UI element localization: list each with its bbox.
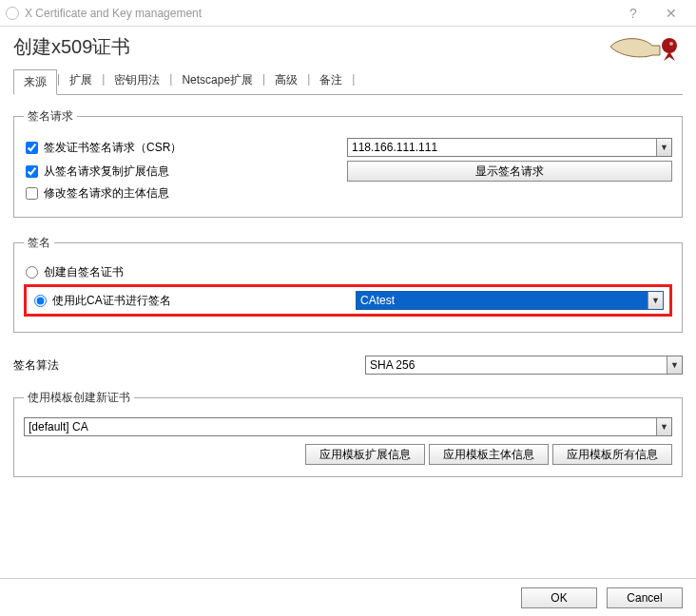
csr-checkbox[interactable] (26, 142, 38, 154)
use-ca-label: 使用此CA证书进行签名 (52, 293, 171, 309)
svg-point-1 (669, 42, 673, 46)
tab-netscape-ext[interactable]: Netscape扩展 (172, 68, 262, 94)
help-button[interactable]: ? (614, 0, 652, 27)
decorative-logo (607, 32, 683, 61)
template-legend: 使用模板创建新证书 (24, 390, 134, 406)
apply-template-all-button[interactable]: 应用模板所有信息 (552, 444, 672, 465)
titlebar: X Certificate and Key management ? ✕ (0, 0, 696, 27)
copy-ext-label: 从签名请求复制扩展信息 (44, 164, 169, 180)
app-icon (6, 7, 19, 20)
template-group: 使用模板创建新证书 [default] CA ▼ 应用模板扩展信息 应用模板主体… (13, 390, 683, 477)
ca-cert-select[interactable]: CAtest ▼ (356, 291, 664, 310)
signing-request-group: 签名请求 签发证书签名请求（CSR） 118.166.111.111 ▼ 从签名… (13, 108, 683, 218)
page-header: 创建x509证书 (0, 27, 696, 61)
tab-bar: 来源 | 扩展 | 密钥用法 | Netscape扩展 | 高级 | 备注 | (13, 68, 683, 95)
svg-point-0 (662, 38, 677, 53)
self-sign-radio[interactable] (26, 266, 38, 279)
copy-ext-checkbox[interactable] (26, 165, 38, 178)
page-title: 创建x509证书 (13, 34, 130, 60)
cancel-button[interactable]: Cancel (607, 587, 683, 608)
signature-algo-row: 签名算法 SHA 256 ▼ (13, 356, 683, 375)
chevron-down-icon: ▼ (667, 356, 682, 374)
modify-subject-checkbox[interactable] (26, 187, 38, 200)
content-area: 签名请求 签发证书签名请求（CSR） 118.166.111.111 ▼ 从签名… (0, 95, 696, 570)
ok-button[interactable]: OK (521, 587, 597, 608)
tab-advanced[interactable]: 高级 (265, 68, 307, 94)
chevron-down-icon: ▼ (656, 139, 671, 156)
apply-template-ext-button[interactable]: 应用模板扩展信息 (305, 444, 425, 465)
csr-select-value: 118.166.111.111 (348, 139, 656, 156)
chevron-down-icon: ▼ (656, 418, 671, 435)
show-sign-request-button[interactable]: 显示签名请求 (347, 161, 672, 182)
tab-key-usage[interactable]: 密钥用法 (105, 68, 169, 94)
chevron-down-icon: ▼ (648, 292, 663, 309)
dialog-footer: OK Cancel (0, 578, 696, 616)
signature-algo-value: SHA 256 (366, 356, 667, 374)
close-button[interactable]: ✕ (652, 0, 690, 27)
apply-template-subject-button[interactable]: 应用模板主体信息 (429, 444, 549, 465)
signing-legend: 签名 (24, 235, 54, 251)
signing-request-legend: 签名请求 (24, 108, 77, 125)
ca-cert-value: CAtest (357, 292, 648, 309)
signing-group: 签名 创建自签名证书 使用此CA证书进行签名 CAtest ▼ (13, 235, 683, 333)
self-sign-label: 创建自签名证书 (44, 264, 124, 280)
modify-subject-label: 修改签名请求的主体信息 (44, 185, 169, 202)
template-value: [default] CA (25, 418, 656, 435)
signature-algo-select[interactable]: SHA 256 ▼ (365, 356, 683, 375)
csr-select[interactable]: 118.166.111.111 ▼ (347, 138, 672, 157)
template-select[interactable]: [default] CA ▼ (24, 417, 672, 436)
tab-notes[interactable]: 备注 (310, 68, 352, 94)
use-ca-highlight: 使用此CA证书进行签名 CAtest ▼ (24, 284, 672, 317)
tab-extensions[interactable]: 扩展 (60, 68, 102, 94)
window-title: X Certificate and Key management (25, 7, 202, 20)
csr-label: 签发证书签名请求（CSR） (44, 140, 182, 156)
use-ca-radio[interactable] (34, 295, 47, 307)
signature-algo-label: 签名算法 (13, 357, 365, 374)
tab-source[interactable]: 来源 (13, 69, 57, 95)
